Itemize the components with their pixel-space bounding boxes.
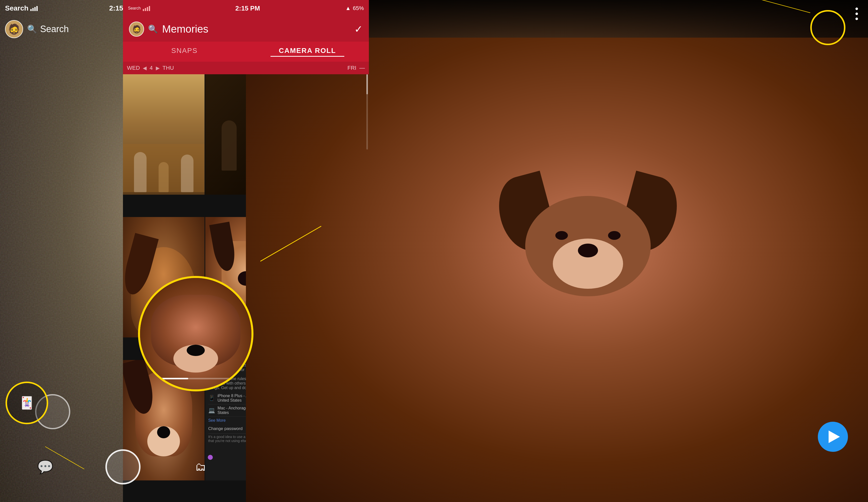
- scroll-indicator[interactable]: [366, 74, 368, 149]
- play-triangle-icon: [829, 430, 840, 443]
- video-dog-face: [500, 176, 676, 326]
- dot-3: [856, 18, 858, 20]
- date-nav-left[interactable]: ◀: [143, 65, 146, 71]
- signal-bar: [32, 8, 34, 11]
- circle-progress-bar: [158, 378, 234, 379]
- status-left-2: Search: [128, 6, 150, 11]
- dot-2: [856, 12, 858, 15]
- date-range: —: [359, 65, 365, 71]
- date-wed: WED: [127, 65, 140, 71]
- chat-button[interactable]: 💬: [35, 457, 55, 477]
- iphone-icon: 📱: [208, 395, 215, 401]
- video-dog-nose: [578, 244, 598, 258]
- status-carrier-1: Search: [5, 4, 38, 12]
- figure-dark1: [221, 121, 237, 170]
- signal-bar: [145, 8, 146, 11]
- circle-progress-fill: [158, 378, 188, 379]
- search-icon-2: 🔍: [148, 24, 158, 34]
- grid-cell-movie1[interactable]: [123, 74, 205, 195]
- tab-snaps[interactable]: SNAPS: [123, 47, 246, 57]
- video-dog-eye-right: [608, 231, 621, 240]
- change-password-label: Change password: [208, 426, 242, 431]
- shutter-button[interactable]: [105, 449, 141, 484]
- video-top-bar: [246, 0, 868, 30]
- signal-bar: [34, 7, 35, 11]
- movie1-bg: [123, 74, 205, 195]
- movie1-table: [123, 144, 205, 192]
- video-dog-eye-left: [555, 231, 568, 240]
- three-dots-button[interactable]: [853, 5, 860, 23]
- mac-icon: 💻: [208, 407, 215, 414]
- scroll-thumb: [366, 74, 368, 94]
- search-label-1: Search: [40, 24, 69, 34]
- inner-card-icon: 🃏: [19, 396, 34, 410]
- date-bar: WED ◀ 4 ▶ THU FRI —: [123, 62, 369, 74]
- video-panel: [246, 0, 868, 502]
- circle-dog-nose: [187, 345, 205, 356]
- date-thu: THU: [163, 65, 174, 71]
- signal-bars-1: [30, 6, 38, 11]
- dot-1: [856, 8, 858, 10]
- signal-bars-2: [143, 6, 150, 11]
- signal-bar: [143, 9, 144, 11]
- dog-closeup-nose: [157, 426, 170, 438]
- memories-tabs: SNAPS CAMERA ROLL: [123, 42, 369, 62]
- date-nav-right[interactable]: ▶: [156, 65, 159, 71]
- date-num1: 4: [149, 65, 153, 71]
- signal-bar: [149, 6, 150, 11]
- carrier-name-1: Search: [5, 4, 28, 12]
- search-icon-1: 🔍: [27, 24, 37, 34]
- user-avatar-1[interactable]: 🧔: [5, 20, 23, 38]
- play-button[interactable]: [818, 422, 848, 452]
- signal-bar: [147, 7, 148, 11]
- signal-bar: [30, 9, 32, 11]
- date-fri: FRI: [348, 65, 356, 71]
- memories-button[interactable]: 🗂: [191, 457, 211, 477]
- camera-bottombar: 💬 🗂: [0, 447, 246, 502]
- user-avatar-2[interactable]: 🧔: [129, 22, 144, 36]
- video-dog-head: [525, 196, 651, 296]
- signal-bar: [37, 6, 38, 11]
- annotation-circle-dog: [138, 276, 254, 391]
- memories-notification-dot: [208, 455, 213, 460]
- carrier-name-2: Search: [128, 6, 141, 11]
- annotation-circle-three-dots: [810, 10, 845, 45]
- video-dog-snout: [553, 239, 623, 289]
- annotation-circle-memories: 🃏: [6, 381, 48, 424]
- tab-camera-roll[interactable]: CAMERA ROLL: [246, 47, 369, 57]
- memories-card-icon: 🗂: [195, 461, 206, 473]
